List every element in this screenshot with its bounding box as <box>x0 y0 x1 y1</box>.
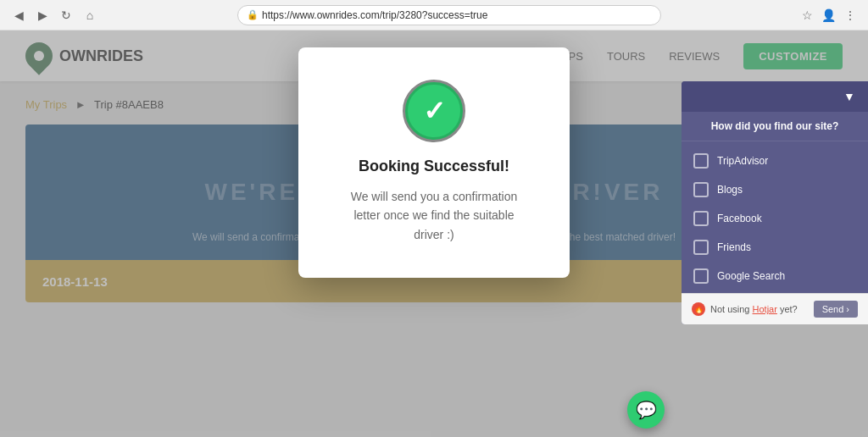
hotjar-text-prefix: Not using <box>710 304 753 314</box>
survey-label-facebook: Facebook <box>717 213 762 224</box>
survey-option-facebook[interactable]: Facebook <box>682 204 868 233</box>
chat-bubble-button[interactable]: 💬 <box>627 391 665 429</box>
survey-checkbox-tripadvisor[interactable] <box>693 153 709 169</box>
address-bar[interactable]: 🔒 https://www.ownrides.com/trip/3280?suc… <box>237 5 661 25</box>
menu-button[interactable]: ⋮ <box>843 7 858 24</box>
survey-option-friends[interactable]: Friends <box>682 233 868 262</box>
survey-label-friends: Friends <box>717 241 751 253</box>
survey-checkbox-google[interactable] <box>693 268 709 284</box>
survey-label-tripadvisor: TripAdvisor <box>717 155 768 167</box>
modal-title: Booking Successful! <box>341 158 527 175</box>
send-arrow-icon: › <box>846 304 849 314</box>
modal-text: We will send you a confirmation letter o… <box>341 187 527 244</box>
reload-button[interactable]: ↻ <box>58 7 75 24</box>
home-button[interactable]: ⌂ <box>81 7 98 24</box>
checkmark-icon: ✓ <box>423 97 446 124</box>
browser-chrome: ◀ ▶ ↻ ⌂ 🔒 https://www.ownrides.com/trip/… <box>0 0 868 30</box>
hotjar-bar: 🔥 Not using Hotjar yet? Send › <box>682 293 868 324</box>
success-icon: ✓ <box>404 81 464 141</box>
survey-label-blogs: Blogs <box>717 184 743 196</box>
survey-widget: ▼ How did you find our site? TripAdvisor… <box>682 81 868 324</box>
url-text: https://www.ownrides.com/trip/3280?succe… <box>262 9 487 21</box>
lock-icon: 🔒 <box>247 9 259 20</box>
booking-success-modal: ✓ Booking Successful! We will send you a… <box>298 47 570 278</box>
back-button[interactable]: ◀ <box>10 7 27 24</box>
survey-checkbox-friends[interactable] <box>693 240 709 255</box>
survey-option-google[interactable]: Google Search <box>682 262 868 290</box>
browser-actions: ☆ 👤 ⋮ <box>800 7 858 24</box>
survey-option-tripadvisor[interactable]: TripAdvisor <box>682 147 868 175</box>
survey-option-blogs[interactable]: Blogs <box>682 175 868 204</box>
survey-header: ▼ <box>682 81 868 112</box>
hotjar-text: Not using Hotjar yet? <box>710 304 809 314</box>
hotjar-send-button[interactable]: Send › <box>814 301 858 318</box>
forward-button[interactable]: ▶ <box>34 7 51 24</box>
hotjar-text-suffix: yet? <box>777 304 798 314</box>
survey-checkbox-facebook[interactable] <box>693 211 709 226</box>
survey-label-google: Google Search <box>717 270 785 282</box>
hotjar-link[interactable]: Hotjar <box>753 304 777 314</box>
hotjar-icon: 🔥 <box>692 302 705 316</box>
page-content: OWNRIDES YOU'RE LOGGED IN LOGOUT MY TRIP… <box>0 30 868 437</box>
survey-collapse-button[interactable]: ▼ <box>841 88 858 105</box>
send-label: Send <box>822 304 844 314</box>
survey-checkbox-blogs[interactable] <box>693 182 709 197</box>
hotjar-flame-icon: 🔥 <box>694 305 704 313</box>
chat-icon: 💬 <box>636 400 657 420</box>
bookmark-button[interactable]: ☆ <box>800 7 815 24</box>
profile-button[interactable]: 👤 <box>820 7 837 24</box>
survey-question: How did you find our site? <box>682 112 868 141</box>
